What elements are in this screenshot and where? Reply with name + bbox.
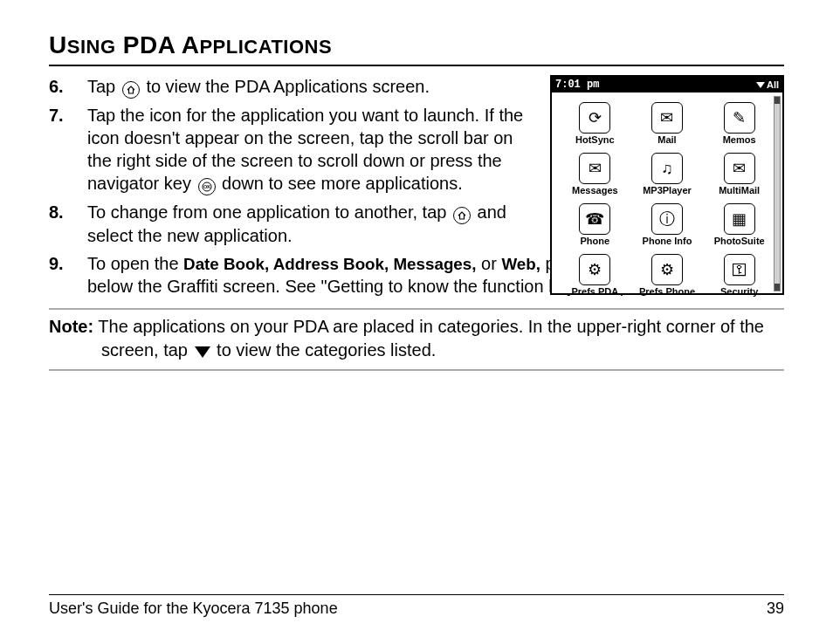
mail-icon: ✉ (651, 102, 683, 134)
multimail-icon: ✉ (724, 153, 755, 184)
phone-icon: ☎ (579, 203, 610, 235)
note-label: Note: (49, 317, 93, 336)
pda-status-bar: 7:01 pm All (552, 77, 782, 92)
step-text: to view the PDA Applications screen. (146, 77, 430, 96)
bold-apps: Web, (501, 255, 540, 273)
app-messages: ✉Messages (559, 147, 631, 195)
note-block: Note: The applications on your PDA are p… (49, 315, 784, 362)
step-text: To change from one application to anothe… (87, 202, 451, 222)
footer-rule (49, 594, 784, 595)
home-icon (122, 81, 140, 99)
app-prefs-pda: ⚙Prefs PDA (559, 248, 631, 297)
pda-scrollbar (774, 96, 781, 291)
step-number: 7. (49, 104, 87, 127)
app-phoneinfo: ⓘPhone Info (631, 197, 704, 246)
page-title: USING PDA APPLICATIONS (49, 31, 784, 59)
pda-category-dropdown: All (756, 79, 779, 90)
title-rule (49, 65, 784, 66)
footer-left: User's Guide for the Kyocera 7135 phone (49, 599, 338, 618)
prefs-pda-icon: ⚙ (579, 254, 610, 285)
step-text: or (481, 254, 501, 273)
note-rule-bottom (49, 369, 784, 371)
app-phone: ☎Phone (559, 197, 631, 246)
prefs-phone-icon: ⚙ (651, 254, 683, 285)
step-number: 6. (49, 75, 87, 98)
mp3-icon: ♫ (651, 153, 683, 184)
svg-text:OK: OK (203, 184, 210, 189)
step-text: Tap (87, 77, 120, 96)
app-photosuite: ▦PhotoSuite (703, 197, 775, 246)
step-number: 9. (49, 252, 87, 275)
memos-icon: ✎ (724, 102, 755, 134)
home-icon (453, 207, 471, 224)
app-security: ⚿Security (703, 248, 775, 297)
messages-icon: ✉ (579, 153, 610, 184)
hotsync-icon: ⟳ (579, 102, 610, 134)
dropdown-triangle-icon (195, 346, 210, 358)
note-rule-top (49, 308, 784, 310)
app-prefs-phone: ⚙Prefs Phone (631, 248, 704, 297)
ok-nav-icon: OK (198, 178, 216, 195)
footer-page-number: 39 (767, 599, 784, 618)
pda-time: 7:01 pm (555, 79, 599, 90)
step-text: down to see more applications. (222, 174, 463, 193)
phoneinfo-icon: ⓘ (651, 203, 683, 235)
app-hotsync: ⟳HotSync (559, 96, 631, 145)
pda-app-grid: ⟳HotSync ✉Mail ✎Memos ✉Messages ♫MP3Play… (552, 92, 782, 300)
step-text: To open the (87, 254, 183, 273)
app-mp3player: ♫MP3Player (631, 147, 704, 195)
security-icon: ⚿ (724, 254, 755, 285)
dropdown-triangle-icon (756, 82, 765, 88)
note-text: to view the categories listed. (212, 340, 437, 360)
step-number: 8. (49, 201, 87, 223)
bold-apps: Date Book, Address Book, Messages, (183, 255, 476, 273)
pda-screenshot: 7:01 pm All ⟳HotSync ✉Mail ✎Memos ✉Messa… (550, 75, 784, 295)
page-footer: User's Guide for the Kyocera 7135 phone … (49, 599, 784, 618)
photosuite-icon: ▦ (724, 203, 755, 235)
app-memos: ✎Memos (703, 96, 775, 145)
app-mail: ✉Mail (631, 96, 704, 145)
app-multimail: ✉MultiMail (703, 147, 775, 195)
